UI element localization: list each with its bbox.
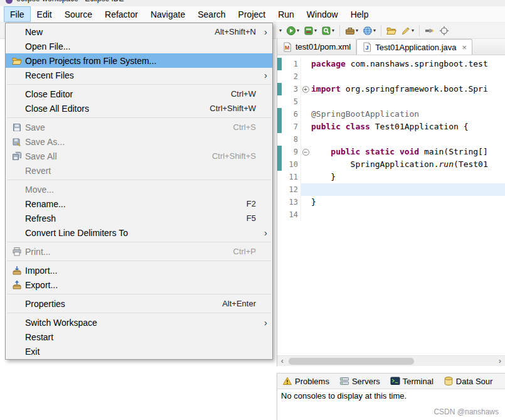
code-text [310, 183, 505, 196]
dropdown-caret-icon[interactable]: ▾ [356, 28, 358, 33]
menubar-item-refactor[interactable]: Refactor [98, 6, 144, 22]
toolbar-coverage-button[interactable]: ▾ [302, 24, 319, 37]
gutter-bar [277, 133, 282, 146]
close-tab-icon[interactable]: × [462, 43, 467, 52]
dropdown-caret-icon[interactable]: ▾ [373, 28, 376, 33]
code-line-1[interactable]: 1package com.nanshaws.springboot.test [277, 58, 505, 70]
change-bar [277, 121, 282, 133]
menubar-item-navigate[interactable]: Navigate [144, 6, 191, 22]
console-message: No consoles to display at this time. [277, 389, 505, 402]
file-menu-item-restart[interactable]: Restart [6, 330, 272, 344]
editor-horizontal-scrollbar[interactable] [277, 355, 505, 366]
fold-expand-icon[interactable]: + [302, 86, 309, 93]
menubar-item-window[interactable]: Window [300, 6, 344, 22]
file-menu-item-open-file[interactable]: Open File... [6, 39, 272, 53]
file-menu-item-switch-workspace[interactable]: Switch Workspace› [6, 315, 272, 330]
menubar-item-edit[interactable]: Edit [31, 6, 58, 22]
target-icon [439, 26, 449, 36]
toolbar-open-resource-button[interactable] [385, 24, 398, 37]
line-number: 5 [282, 95, 300, 108]
view-tab-data-sour[interactable]: Data Sour [439, 374, 498, 389]
code-text [310, 208, 505, 221]
file-menu-item-exit[interactable]: Exit [6, 344, 272, 358]
menubar-item-run[interactable]: Run [272, 6, 300, 22]
toolbar-last-edit-location-button[interactable] [437, 24, 451, 37]
file-menu-item-recent-files[interactable]: Recent Files› [6, 68, 272, 82]
fold-collapse-icon[interactable]: − [302, 149, 309, 156]
file-menu-item-import[interactable]: Import... [6, 263, 272, 277]
file-menu-item-new[interactable]: NewAlt+Shift+N› [6, 24, 272, 39]
file-menu-item-open-projects-from-file-system[interactable]: Open Projects from File System... [6, 53, 272, 68]
menu-item-label: New [25, 27, 43, 37]
dropdown-caret-icon[interactable]: ▾ [412, 28, 414, 33]
file-menu-item-close-all-editors[interactable]: Close All EditorsCtrl+Shift+W [6, 101, 272, 116]
scroll-right-icon[interactable] [495, 356, 505, 366]
file-menu-item-convert-line-delimiters-to[interactable]: Convert Line Delimiters To› [6, 225, 272, 240]
code-text: } [310, 171, 505, 183]
scroll-left-icon[interactable] [277, 356, 287, 366]
menu-item-label: Import... [25, 266, 57, 276]
file-menu-item-close-editor[interactable]: Close EditorCtrl+W [6, 87, 272, 101]
fold-gutter [300, 208, 310, 221]
menu-item-label: Exit [25, 347, 40, 357]
dropdown-caret-icon[interactable]: ▾ [314, 28, 317, 33]
code-line-14[interactable]: 14 [277, 208, 505, 221]
menubar-item-search[interactable]: Search [191, 6, 231, 22]
line-number: 7 [282, 121, 300, 133]
menubar-item-help[interactable]: Help [344, 6, 375, 22]
dropdown-caret-icon[interactable]: ▾ [297, 28, 299, 33]
view-tab-label: Servers [352, 377, 380, 386]
toolbar-new-wizard-button[interactable]: ▾ [343, 24, 360, 37]
code-line-9[interactable]: 9− public static void main(String[] [277, 146, 505, 158]
dropdown-caret-icon[interactable]: ▾ [279, 28, 282, 33]
file-menu-item-revert: Revert [6, 163, 272, 178]
tab-label: Test01Application.java [375, 43, 456, 52]
change-bar [277, 146, 282, 158]
menu-item-shortcut: Ctrl+S [233, 122, 256, 132]
view-tab-problems[interactable]: Problems [277, 374, 334, 389]
code-editor[interactable]: 1package com.nanshaws.springboot.test23+… [277, 55, 505, 355]
fold-gutter[interactable]: + [300, 83, 310, 95]
code-line-6[interactable]: 6@SpringBootApplication [277, 108, 505, 121]
fold-gutter [300, 133, 310, 146]
file-menu-item-rename[interactable]: Rename...F2 [6, 197, 272, 211]
toolbar-search-button[interactable] [423, 24, 437, 37]
gutter-bar [277, 196, 282, 208]
code-line-7[interactable]: 7public class Test01Application { [277, 121, 505, 133]
view-tab-terminal[interactable]: Terminal [385, 374, 439, 389]
toolbar-run-button[interactable]: ▾ [284, 24, 301, 37]
code-line-10[interactable]: 10 SpringApplication.run(Test01 [277, 158, 505, 171]
menubar-item-source[interactable]: Source [58, 6, 98, 22]
code-line-3[interactable]: 3+import org.springframework.boot.Spri [277, 83, 505, 95]
gutter-bar [277, 183, 282, 196]
code-line-13[interactable]: 13} [277, 196, 505, 208]
editor-tab-test01-pom-xml[interactable]: Mtest01/pom.xml [277, 39, 356, 55]
file-menu-item-properties[interactable]: PropertiesAlt+Enter [6, 296, 272, 311]
toolbar-separator [419, 25, 420, 36]
fold-gutter [300, 108, 310, 121]
editor-tab-test01application-java[interactable]: JTest01Application.java× [356, 39, 472, 55]
toolbar-mark-text-button[interactable]: ▾ [399, 24, 416, 37]
toolbar-open-web-browser-button[interactable]: ▾ [361, 24, 378, 37]
code-line-8[interactable]: 8 [277, 133, 505, 146]
code-line-12[interactable]: 12 [277, 183, 505, 196]
menubar-item-project[interactable]: Project [232, 6, 272, 22]
code-line-2[interactable]: 2 [277, 70, 505, 83]
view-tab-label: Terminal [403, 377, 433, 386]
dropdown-caret-icon[interactable]: ▾ [332, 28, 334, 33]
code-text [310, 70, 505, 83]
toolbar-history-dropdown-button[interactable]: ▾ [277, 26, 284, 35]
menu-item-label: Properties [25, 299, 65, 309]
menu-item-label: Close Editor [25, 89, 73, 99]
code-line-11[interactable]: 11 } [277, 171, 505, 183]
fold-gutter[interactable]: − [300, 146, 310, 158]
view-tab-servers[interactable]: Servers [334, 374, 385, 389]
file-menu-item-export[interactable]: Export... [6, 277, 272, 292]
toolbar-separator [381, 25, 381, 36]
scrollbar-thumb[interactable] [289, 358, 414, 365]
file-menu-item-refresh[interactable]: RefreshF5 [6, 211, 272, 225]
menubar-item-file[interactable]: File [4, 6, 31, 22]
code-line-5[interactable]: 5 [277, 95, 505, 108]
menu-separator [7, 261, 271, 261]
toolbar-profile-button[interactable]: ▾ [319, 24, 336, 37]
